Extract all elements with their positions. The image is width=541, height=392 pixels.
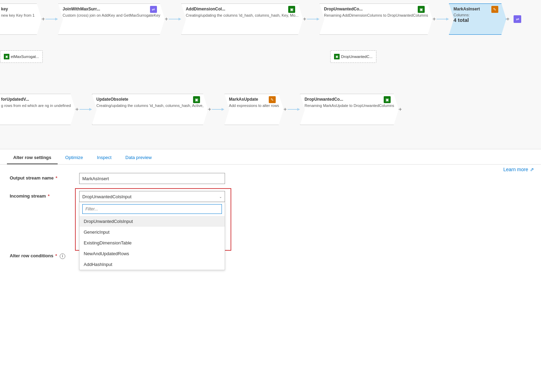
svg-marker-1 <box>55 18 58 20</box>
step-drop1[interactable]: ▣ DropUnwantedCo... Renaming AddDimensio… <box>319 3 433 35</box>
learn-more-label: Learn more <box>503 167 528 172</box>
step-join[interactable]: ⇌ JoinWithMaxSurr... Custom (cross) join… <box>58 3 165 35</box>
learn-more-link[interactable]: Learn more ⇗ <box>503 165 534 172</box>
step-wrapper-key: key new key Key from 1 + <box>0 3 45 35</box>
step-updateobs[interactable]: ▣ UpdateObsolete Creating/updating the c… <box>92 94 208 125</box>
output-stream-required: * <box>56 175 57 181</box>
sub-row-2: ▣ etMaxSurrogat... ▣ DropUnwantedC... <box>0 50 376 63</box>
adddim-icon: ▣ <box>288 6 295 13</box>
settings-area: Learn more ⇗ Output stream name * Incomi… <box>0 165 541 276</box>
end-icon-row1: ⇌ <box>514 15 521 23</box>
dropdown-option-2[interactable]: ExistingDimensionTable <box>80 237 225 248</box>
join-icon: ⇌ <box>150 6 157 13</box>
dropdown-option-4[interactable]: AddHashInput <box>80 259 225 270</box>
step-wrapper-drop1: ▣ DropUnwantedCo... Renaming AddDimensio… <box>319 3 436 35</box>
output-stream-input[interactable] <box>79 173 225 184</box>
step-markupdate-desc: Add expressions to alter rows <box>229 103 279 108</box>
step-adddim[interactable]: ▣ AddDimensionCol... Creating/updating t… <box>181 3 303 35</box>
connector-row3-3 <box>288 106 300 113</box>
step-adddim-title: AddDimensionCol... <box>186 7 299 11</box>
sub-box-dropunwanted[interactable]: ▣ DropUnwantedC... <box>330 50 376 63</box>
tab-inspect[interactable]: Inspect <box>91 151 118 164</box>
step-updateobs-add[interactable]: + <box>207 106 212 112</box>
incoming-stream-required: * <box>48 193 50 199</box>
sub-box-getmax-label: etMaxSurrogat... <box>11 55 39 59</box>
step-drop3-add[interactable]: + <box>398 106 402 112</box>
incoming-stream-selected-value: DropUnwantedColsInput <box>82 194 132 199</box>
alter-row-required: * <box>55 253 57 258</box>
incoming-stream-dropdown: DropUnwantedColsInput ⌄ DropUnwantedCols… <box>79 191 225 202</box>
step-key[interactable]: key new key Key from 1 <box>0 3 42 35</box>
step-wrapper-updateobs: ▣ UpdateObsolete Creating/updating the c… <box>92 94 212 125</box>
dropdown-option-1[interactable]: GenericInput <box>80 227 225 237</box>
updateobs-icon: ▣ <box>193 96 200 103</box>
step-drop3[interactable]: ▣ DropUnwantedCo... Renaming MarkAsUpdat… <box>300 94 399 125</box>
step-drop3-desc: Renaming MarkAsUpdate to DropUnwantedCol… <box>305 103 394 108</box>
step-wrapper-drop3: ▣ DropUnwantedCo... Renaming MarkAsUpdat… <box>300 94 402 125</box>
step-markupdate[interactable]: ✎ MarkAsUpdate Add expressions to alter … <box>224 94 283 125</box>
sub-box-getmax-icon: ▣ <box>4 54 9 59</box>
dropdown-option-3[interactable]: NewAndUpdatedRows <box>80 248 225 259</box>
step-markinsert-add[interactable]: + <box>506 16 510 22</box>
step-wrapper-markinsert: ✎ MarkAsInsert Columns: 4 total + <box>449 3 510 35</box>
sub-box-dropunwanted-icon: ▣ <box>334 54 340 59</box>
step-updateobs-title: UpdateObsolete <box>97 97 203 102</box>
step-markinsert-cols-label: Columns: <box>453 13 502 17</box>
step-markupdate-add[interactable]: + <box>283 106 288 112</box>
svg-marker-13 <box>297 108 300 111</box>
step-join-desc: Custom (cross) join on AddKey and GetMax… <box>63 13 160 18</box>
dropdown-chevron-icon: ⌄ <box>219 195 222 199</box>
step-drop1-desc: Renaming AddDimensionColumns to DropUnwa… <box>324 13 428 18</box>
connector-2 <box>169 16 181 23</box>
tabs-area: Alter row settings Optimize Inspect Data… <box>0 149 541 165</box>
incoming-stream-select[interactable]: DropUnwantedColsInput ⌄ <box>79 191 225 202</box>
svg-marker-9 <box>89 108 92 111</box>
incoming-stream-label: Incoming stream * <box>10 191 79 199</box>
drop3-icon: ▣ <box>384 96 391 103</box>
tab-alter-row-settings[interactable]: Alter row settings <box>7 151 58 164</box>
step-key-title: key <box>1 7 37 11</box>
markinsert-icon: ✎ <box>491 6 498 13</box>
svg-marker-7 <box>446 18 449 20</box>
step-updateobs-desc: Creating/updating the columns 'id_hash, … <box>97 103 203 108</box>
step-wrapper-markupdate: ✎ MarkAsUpdate Add expressions to alter … <box>224 94 288 125</box>
step-forupdated-title: forUpdatedV... <box>1 97 71 102</box>
info-icon[interactable]: i <box>60 253 65 259</box>
step-wrapper-forupdated: forUpdatedV... g rows from ed which are … <box>0 94 80 125</box>
step-key-add[interactable]: + <box>41 16 45 22</box>
svg-marker-3 <box>178 18 181 20</box>
step-drop3-title: DropUnwantedCo... <box>305 97 394 102</box>
tab-data-preview[interactable]: Data preview <box>119 151 158 164</box>
markupdate-icon: ✎ <box>269 96 276 103</box>
drop1-icon: ▣ <box>418 6 425 13</box>
dropdown-panel: DropUnwantedColsInput GenericInput Exist… <box>79 202 225 270</box>
filter-input[interactable] <box>82 204 222 214</box>
step-wrapper-adddim: ▣ AddDimensionCol... Creating/updating t… <box>181 3 307 35</box>
step-join-add[interactable]: + <box>164 16 169 22</box>
connector-3 <box>307 16 319 23</box>
step-forupdated-add[interactable]: + <box>75 106 79 112</box>
step-drop1-add[interactable]: + <box>432 16 436 22</box>
step-markinsert[interactable]: ✎ MarkAsInsert Columns: 4 total <box>449 3 506 35</box>
step-markinsert-cols-count: 4 total <box>453 17 502 23</box>
svg-marker-5 <box>317 18 319 20</box>
step-drop1-title: DropUnwantedCo... <box>324 7 428 11</box>
output-stream-label: Output stream name * <box>10 173 79 181</box>
connector-4 <box>436 16 449 23</box>
dropdown-option-0[interactable]: DropUnwantedColsInput <box>80 216 225 227</box>
step-adddim-desc: Creating/updating the columns 'id_hash, … <box>186 13 299 18</box>
step-forupdated[interactable]: forUpdatedV... g rows from ed which are … <box>0 94 75 125</box>
incoming-stream-row: Incoming stream * DropUnwantedColsInput … <box>10 191 531 202</box>
tab-optimize[interactable]: Optimize <box>59 151 89 164</box>
connector-row3-2 <box>212 106 224 113</box>
learn-more-icon: ⇗ <box>530 167 534 172</box>
alter-row-conditions-label: Alter row conditions * i <box>10 251 79 259</box>
step-key-desc: new key Key from 1 <box>1 13 37 18</box>
step-adddim-add[interactable]: + <box>302 16 307 22</box>
svg-marker-11 <box>222 108 224 111</box>
step-join-title: JoinWithMaxSurr... <box>63 7 160 11</box>
sub-box-getmax[interactable]: ▣ etMaxSurrogat... <box>0 50 43 63</box>
connector-row3-1 <box>80 106 92 113</box>
step-forupdated-desc: g rows from ed which are ng in undefined <box>1 103 71 108</box>
output-stream-row: Output stream name * <box>10 173 531 184</box>
